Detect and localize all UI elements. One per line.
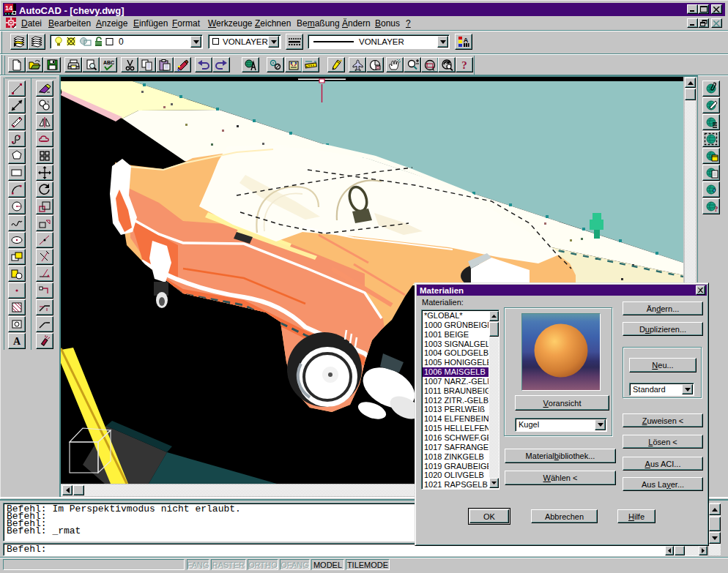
svg-text:ABC: ABC <box>103 60 114 65</box>
svg-text:?: ? <box>714 204 718 213</box>
svg-text:A: A <box>13 336 21 347</box>
svg-text:A: A <box>464 37 469 44</box>
svg-text:?: ? <box>461 59 467 71</box>
svg-text:14: 14 <box>5 4 12 12</box>
